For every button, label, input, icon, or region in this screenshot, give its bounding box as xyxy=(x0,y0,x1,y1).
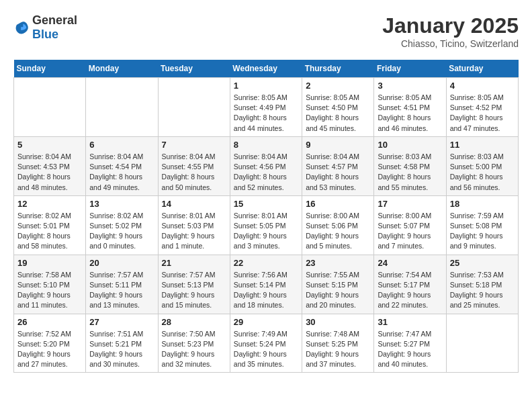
calendar-week-row: 5Sunrise: 8:04 AMSunset: 4:53 PMDaylight… xyxy=(14,136,519,195)
calendar-day-cell: 15Sunrise: 8:01 AMSunset: 5:05 PMDayligh… xyxy=(230,195,302,255)
calendar-day-cell: 10Sunrise: 8:03 AMSunset: 4:58 PMDayligh… xyxy=(374,136,446,195)
day-number: 10 xyxy=(378,140,442,150)
day-info: Sunrise: 7:50 AMSunset: 5:23 PMDaylight:… xyxy=(162,329,226,370)
day-info: Sunrise: 8:04 AMSunset: 4:55 PMDaylight:… xyxy=(162,152,226,193)
calendar-day-cell: 17Sunrise: 8:00 AMSunset: 5:07 PMDayligh… xyxy=(374,195,446,255)
day-info: Sunrise: 8:03 AMSunset: 4:58 PMDaylight:… xyxy=(378,152,442,193)
day-number: 18 xyxy=(450,199,515,209)
day-info: Sunrise: 7:47 AMSunset: 5:27 PMDaylight:… xyxy=(378,329,442,370)
day-info: Sunrise: 8:05 AMSunset: 4:50 PMDaylight:… xyxy=(306,93,370,134)
calendar-day-cell: 4Sunrise: 8:05 AMSunset: 4:52 PMDaylight… xyxy=(446,78,518,137)
calendar-day-cell: 14Sunrise: 8:01 AMSunset: 5:03 PMDayligh… xyxy=(158,195,230,255)
day-number: 12 xyxy=(17,199,82,209)
calendar-day-cell xyxy=(158,78,230,137)
calendar-day-cell: 24Sunrise: 7:54 AMSunset: 5:17 PMDayligh… xyxy=(374,255,446,314)
day-info: Sunrise: 8:04 AMSunset: 4:56 PMDaylight:… xyxy=(234,152,298,193)
day-info: Sunrise: 7:51 AMSunset: 5:21 PMDaylight:… xyxy=(89,329,154,370)
day-of-week-header: Wednesday xyxy=(230,60,302,78)
calendar-day-cell: 28Sunrise: 7:50 AMSunset: 5:23 PMDayligh… xyxy=(158,314,230,373)
day-info: Sunrise: 7:53 AMSunset: 5:18 PMDaylight:… xyxy=(450,270,515,311)
calendar-day-cell: 5Sunrise: 8:04 AMSunset: 4:53 PMDaylight… xyxy=(14,136,86,195)
day-number: 9 xyxy=(306,140,370,150)
day-info: Sunrise: 8:04 AMSunset: 4:54 PMDaylight:… xyxy=(89,152,154,193)
day-number: 25 xyxy=(450,258,515,268)
day-number: 1 xyxy=(234,81,298,91)
day-number: 15 xyxy=(234,199,298,209)
day-number: 3 xyxy=(378,81,442,91)
calendar-day-cell: 31Sunrise: 7:47 AMSunset: 5:27 PMDayligh… xyxy=(374,314,446,373)
day-number: 21 xyxy=(162,258,226,268)
day-info: Sunrise: 8:05 AMSunset: 4:49 PMDaylight:… xyxy=(234,93,298,134)
day-info: Sunrise: 7:48 AMSunset: 5:25 PMDaylight:… xyxy=(306,329,370,370)
title-block: January 2025 Chiasso, Ticino, Switzerlan… xyxy=(382,13,519,49)
calendar-day-cell: 18Sunrise: 7:59 AMSunset: 5:08 PMDayligh… xyxy=(446,195,518,255)
calendar-subtitle: Chiasso, Ticino, Switzerland xyxy=(382,38,519,49)
calendar-day-cell: 3Sunrise: 8:05 AMSunset: 4:51 PMDaylight… xyxy=(374,78,446,137)
calendar-day-cell: 26Sunrise: 7:52 AMSunset: 5:20 PMDayligh… xyxy=(14,314,86,373)
logo-general: General xyxy=(32,13,77,27)
day-number: 8 xyxy=(234,140,298,150)
day-number: 17 xyxy=(378,199,442,209)
calendar-day-cell: 22Sunrise: 7:56 AMSunset: 5:14 PMDayligh… xyxy=(230,255,302,314)
day-info: Sunrise: 8:02 AMSunset: 5:02 PMDaylight:… xyxy=(89,211,154,252)
day-of-week-header: Tuesday xyxy=(158,60,230,78)
day-number: 7 xyxy=(162,140,226,150)
day-number: 6 xyxy=(89,140,154,150)
day-info: Sunrise: 8:05 AMSunset: 4:52 PMDaylight:… xyxy=(450,93,515,134)
day-number: 2 xyxy=(306,81,370,91)
day-info: Sunrise: 7:54 AMSunset: 5:17 PMDaylight:… xyxy=(378,270,442,311)
day-info: Sunrise: 8:03 AMSunset: 5:00 PMDaylight:… xyxy=(450,152,515,193)
day-number: 22 xyxy=(234,258,298,268)
calendar-day-cell: 19Sunrise: 7:58 AMSunset: 5:10 PMDayligh… xyxy=(14,255,86,314)
day-number: 29 xyxy=(234,317,298,327)
day-info: Sunrise: 8:04 AMSunset: 4:57 PMDaylight:… xyxy=(306,152,370,193)
calendar-day-cell: 25Sunrise: 7:53 AMSunset: 5:18 PMDayligh… xyxy=(446,255,518,314)
calendar-day-cell: 7Sunrise: 8:04 AMSunset: 4:55 PMDaylight… xyxy=(158,136,230,195)
calendar-day-cell: 29Sunrise: 7:49 AMSunset: 5:24 PMDayligh… xyxy=(230,314,302,373)
day-number: 16 xyxy=(306,199,370,209)
calendar-week-row: 12Sunrise: 8:02 AMSunset: 5:01 PMDayligh… xyxy=(14,195,519,255)
calendar-day-cell: 2Sunrise: 8:05 AMSunset: 4:50 PMDaylight… xyxy=(302,78,374,137)
day-number: 23 xyxy=(306,258,370,268)
calendar-week-row: 26Sunrise: 7:52 AMSunset: 5:20 PMDayligh… xyxy=(14,314,519,373)
day-info: Sunrise: 7:52 AMSunset: 5:20 PMDaylight:… xyxy=(17,329,82,370)
day-info: Sunrise: 8:01 AMSunset: 5:03 PMDaylight:… xyxy=(162,211,226,252)
day-info: Sunrise: 8:02 AMSunset: 5:01 PMDaylight:… xyxy=(17,211,82,252)
day-of-week-header: Thursday xyxy=(302,60,374,78)
day-number: 24 xyxy=(378,258,442,268)
calendar-day-cell: 11Sunrise: 8:03 AMSunset: 5:00 PMDayligh… xyxy=(446,136,518,195)
day-info: Sunrise: 7:57 AMSunset: 5:13 PMDaylight:… xyxy=(162,270,226,311)
day-info: Sunrise: 7:58 AMSunset: 5:10 PMDaylight:… xyxy=(17,270,82,311)
day-number: 26 xyxy=(17,317,82,327)
calendar-table: SundayMondayTuesdayWednesdayThursdayFrid… xyxy=(13,60,519,373)
calendar-title: January 2025 xyxy=(382,13,519,38)
day-info: Sunrise: 8:01 AMSunset: 5:05 PMDaylight:… xyxy=(234,211,298,252)
calendar-week-row: 19Sunrise: 7:58 AMSunset: 5:10 PMDayligh… xyxy=(14,255,519,314)
day-info: Sunrise: 7:59 AMSunset: 5:08 PMDaylight:… xyxy=(450,211,515,252)
day-number: 31 xyxy=(378,317,442,327)
logo: General Blue xyxy=(13,13,77,42)
day-info: Sunrise: 7:55 AMSunset: 5:15 PMDaylight:… xyxy=(306,270,370,311)
calendar-day-cell: 8Sunrise: 8:04 AMSunset: 4:56 PMDaylight… xyxy=(230,136,302,195)
day-info: Sunrise: 7:57 AMSunset: 5:11 PMDaylight:… xyxy=(89,270,154,311)
calendar-week-row: 1Sunrise: 8:05 AMSunset: 4:49 PMDaylight… xyxy=(14,78,519,137)
day-number: 28 xyxy=(162,317,226,327)
calendar-header-row: SundayMondayTuesdayWednesdayThursdayFrid… xyxy=(14,60,519,78)
calendar-day-cell: 1Sunrise: 8:05 AMSunset: 4:49 PMDaylight… xyxy=(230,78,302,137)
logo-text-block: General Blue xyxy=(32,13,77,42)
calendar-day-cell: 23Sunrise: 7:55 AMSunset: 5:15 PMDayligh… xyxy=(302,255,374,314)
day-info: Sunrise: 8:05 AMSunset: 4:51 PMDaylight:… xyxy=(378,93,442,134)
day-number: 27 xyxy=(89,317,154,327)
day-of-week-header: Monday xyxy=(86,60,158,78)
logo-icon xyxy=(13,19,30,36)
day-info: Sunrise: 7:49 AMSunset: 5:24 PMDaylight:… xyxy=(234,329,298,370)
day-of-week-header: Sunday xyxy=(14,60,86,78)
calendar-day-cell: 13Sunrise: 8:02 AMSunset: 5:02 PMDayligh… xyxy=(86,195,158,255)
calendar-day-cell: 27Sunrise: 7:51 AMSunset: 5:21 PMDayligh… xyxy=(86,314,158,373)
calendar-day-cell: 30Sunrise: 7:48 AMSunset: 5:25 PMDayligh… xyxy=(302,314,374,373)
day-info: Sunrise: 8:00 AMSunset: 5:06 PMDaylight:… xyxy=(306,211,370,252)
day-info: Sunrise: 8:04 AMSunset: 4:53 PMDaylight:… xyxy=(17,152,82,193)
calendar-day-cell: 9Sunrise: 8:04 AMSunset: 4:57 PMDaylight… xyxy=(302,136,374,195)
logo-blue: Blue xyxy=(32,28,58,41)
day-of-week-header: Friday xyxy=(374,60,446,78)
